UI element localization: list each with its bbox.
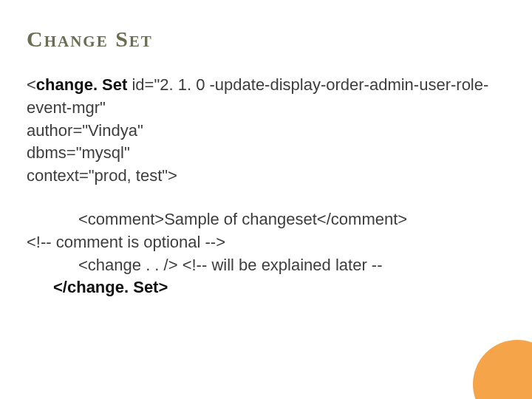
code-line-comment-optional: <!-- comment is optional --> [27, 231, 505, 254]
spacer [27, 188, 505, 208]
page-title: Change Set [27, 27, 505, 52]
open-angle: < [27, 75, 36, 94]
accent-circle-icon [473, 340, 532, 399]
slide: Change Set <change. Set id="2. 1. 0 -upd… [0, 0, 532, 399]
code-line-dbms: dbms="mysql" [27, 142, 505, 165]
code-line-context: context="prod, test"> [27, 165, 505, 188]
code-block: <change. Set id="2. 1. 0 -update-display… [27, 74, 505, 299]
code-line-open: <change. Set id="2. 1. 0 -update-display… [27, 74, 505, 120]
tag-name-close: </change. Set> [27, 276, 505, 299]
code-line-change: <change . . /> <!-- will be explained la… [27, 254, 505, 277]
tag-name-open: change. Set [36, 75, 127, 94]
code-line-author: author="Vindya" [27, 120, 505, 143]
code-line-comment-sample: <comment>Sample of changeset</comment> [27, 208, 505, 231]
